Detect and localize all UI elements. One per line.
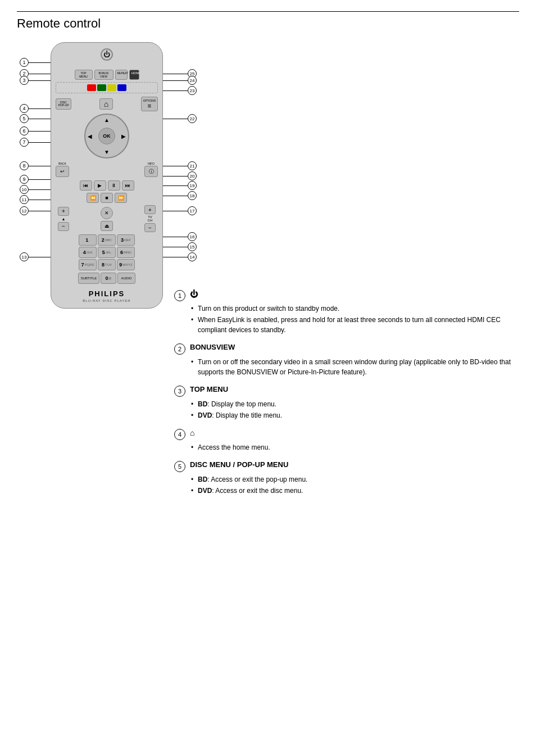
repeat-button[interactable]: REPEAT [115,70,128,80]
num-8-button[interactable]: 8TUV [98,259,116,270]
power-button[interactable]: ⏻ [101,48,113,61]
disc-menu-button[interactable]: DISCPOP-UP [56,98,71,110]
pause-button[interactable]: ⏸ [108,180,120,191]
callout-6: 6 [20,126,29,135]
desc-item-1: 1 ⏻ Turn on this product or switch to st… [174,289,519,335]
num-0-button[interactable]: 0@ [101,273,116,284]
color-buttons [56,82,158,93]
callout-21: 21 [188,161,197,170]
callout-10: 10 [20,185,29,194]
fast-forward-button[interactable]: ⏩ [115,193,127,203]
num-7-button[interactable]: 7PQRS [79,259,97,270]
navigation-circle[interactable]: ▲ ▼ ◀ ▶ OK [84,114,129,159]
nav-up-arrow[interactable]: ▲ [104,117,110,123]
tv-channel-section: + TVCH − [144,205,156,232]
callout-3: 3 [20,76,29,85]
page-title: Remote control [17,11,519,31]
rewind-button[interactable]: ⏪ [87,193,99,203]
desc-item-5: 5 DISC MENU / POP-UP MENU BD: Access or … [174,460,519,496]
home-button[interactable]: ⌂ [99,98,113,110]
desc-item-3: 3 TOP MENU BD: Display the top menu. DVD… [174,385,519,420]
ok-button[interactable]: OK [98,128,115,144]
desc-3-bullets: BD: Display the top menu. DVD: Display t… [191,399,519,420]
mute-button[interactable]: ✕ [101,207,113,219]
stop-button[interactable]: ■ [101,193,113,203]
desc-4-header: 4 ⌂ [174,428,519,440]
nav-left-arrow[interactable]: ◀ [88,133,92,139]
bottom-row: SUBTITLE 0@ AUDIO [56,273,158,284]
brand-logo: PHILIPS [56,289,158,298]
desc-5-title: DISC MENU / POP-UP MENU [190,460,288,469]
nav-down-arrow[interactable]: ▼ [104,149,110,155]
desc-3-header: 3 TOP MENU [174,385,519,397]
callout-4: 4 [20,104,29,113]
callout-7: 7 [20,138,29,147]
desc-3-bullet-1: BD: Display the top menu. [191,399,519,409]
audio-button[interactable]: AUDIO [117,273,135,284]
transport-row-2: ⏪ ■ ⏩ [56,193,158,203]
nav-right-arrow[interactable]: ▶ [121,133,126,139]
desc-5-header: 5 DISC MENU / POP-UP MENU [174,460,519,472]
next-button[interactable]: ⏭ [122,180,134,191]
num-1-button[interactable]: 1. [79,234,97,246]
info-button[interactable]: ⓘ [144,166,158,177]
right-callouts: 25 24 23 22 [163,42,197,309]
num-5-button[interactable]: 5JKL [98,247,116,258]
volume-up-button[interactable]: + [58,207,69,216]
num-4-button[interactable]: 4GHI [79,247,97,258]
tv-ch-down-button[interactable]: − [144,223,156,232]
callout-9: 9 [20,175,29,184]
numpad: 1. 2ABC 3DEF 4GHI 5JKL 6MNO 7PQRS 8TUV [56,234,158,270]
callout-19: 19 [188,181,197,190]
desc-1-bullet-2: When EasyLink is enabled, press and hold… [191,315,519,335]
callout-15: 15 [188,242,197,251]
num-2-button[interactable]: 2ABC [98,234,116,246]
callout-24: 24 [188,76,197,85]
brand-subtitle: BLU-RAY DISC PLAYER [56,299,158,302]
desc-4-bullets: Access the home menu. [191,442,519,452]
num-9-button[interactable]: 9WXYZ [117,259,135,270]
num-3-button[interactable]: 3DEF [117,234,135,246]
back-button[interactable]: ↩ [56,166,69,177]
green-button[interactable] [97,84,106,91]
callout-11: 11 [20,195,29,204]
back-info-row: BACK ↩ INFO ⓘ [56,162,158,177]
callout-14: 14 [188,252,197,261]
callout-23: 23 [188,86,197,95]
eject-button[interactable]: ⏏ [101,221,113,231]
yellow-button[interactable] [107,84,116,91]
tv-ch-up-button[interactable]: + [144,205,156,214]
desc-5-bullets: BD: Access or exit the pop-up menu. DVD:… [191,474,519,496]
play-button[interactable]: ▶ [94,180,106,191]
callout-13: 13 [20,252,29,261]
volume-down-button[interactable]: − [58,222,69,231]
top-button-row: TOP MENU BONUS VIEW REPEAT HDMI [56,70,158,80]
blue-button[interactable] [117,84,126,91]
home-row: DISCPOP-UP ⌂ OPTIONS ≡ [56,97,158,111]
num-6-button[interactable]: 6MNO [117,247,135,258]
left-callouts: 1 2 3 4 [20,42,51,309]
desc-3-bullet-2: DVD: Display the title menu. [191,410,519,420]
desc-2-bullet-1: Turn on or off the secondary video in a … [191,357,519,377]
desc-1-bullets: Turn on this product or switch to standb… [191,304,519,335]
transport-row-1: ⏮ ▶ ⏸ ⏭ [56,180,158,191]
callout-22: 22 [188,114,197,123]
bonus-view-button[interactable]: BONUS VIEW [94,70,113,80]
top-menu-button[interactable]: TOP MENU [75,70,93,80]
main-wrapper: ⏻ TOP MENU BONUS VIEW REPEAT HDMI [17,42,519,504]
volume-section: + ▲ − [58,207,69,231]
subtitle-button[interactable]: SUBTITLE [78,273,99,284]
options-button[interactable]: OPTIONS ≡ [141,97,158,111]
descriptions-area: 1 ⏻ Turn on this product or switch to st… [174,42,519,504]
callout-1: 1 [20,58,29,67]
hdmi-button[interactable]: HDMI [129,70,139,80]
previous-button[interactable]: ⏮ [80,180,92,191]
callout-8: 8 [20,161,29,170]
red-button[interactable] [87,84,96,91]
callout-12: 12 [20,206,29,215]
numpad-row-3: 7PQRS 8TUV 9WXYZ [56,259,158,270]
callout-20: 20 [188,171,197,180]
desc-5-bullet-2: DVD: Access or exit the disc menu. [191,486,519,496]
page-container: Remote control ⏻ TOP MENU BONUS VIEW REP… [17,11,519,504]
callout-16: 16 [188,232,197,241]
